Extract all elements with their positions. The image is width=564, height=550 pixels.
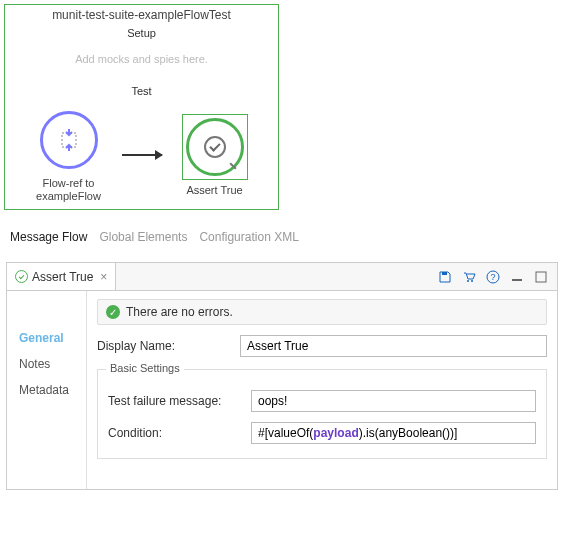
- flow-ref-node[interactable]: Flow-ref to exampleFlow: [24, 107, 114, 203]
- tab-configuration-xml[interactable]: Configuration XML: [199, 230, 298, 244]
- connector-arrow: [122, 154, 162, 156]
- display-name-input[interactable]: [240, 335, 547, 357]
- svg-text:?: ?: [490, 272, 495, 282]
- assert-true-icon: [186, 118, 244, 176]
- side-tabs: General Notes Metadata: [7, 291, 87, 489]
- flow-ref-label: Flow-ref to exampleFlow: [24, 177, 114, 203]
- setup-hint: Add mocks and spies here.: [5, 39, 278, 83]
- side-tab-notes[interactable]: Notes: [7, 351, 86, 377]
- status-text: There are no errors.: [126, 305, 233, 319]
- tab-global-elements[interactable]: Global Elements: [99, 230, 187, 244]
- condition-input[interactable]: #[valueOf(payload).is(anyBoolean())]: [251, 422, 536, 444]
- svg-point-3: [471, 280, 473, 282]
- test-label: Test: [5, 83, 278, 101]
- test-suite-container: munit-test-suite-exampleFlowTest Setup A…: [4, 4, 279, 210]
- save-icon[interactable]: [437, 269, 453, 285]
- failure-message-input[interactable]: [251, 390, 536, 412]
- help-icon[interactable]: ?: [485, 269, 501, 285]
- maximize-icon[interactable]: [533, 269, 549, 285]
- cart-icon[interactable]: [461, 269, 477, 285]
- svg-rect-1: [442, 272, 447, 275]
- side-tab-general[interactable]: General: [7, 325, 86, 351]
- tab-message-flow[interactable]: Message Flow: [10, 230, 87, 244]
- side-tab-metadata[interactable]: Metadata: [7, 377, 86, 403]
- properties-tab-bar: Assert True × ?: [6, 262, 558, 290]
- flow-row: Flow-ref to exampleFlow Assert True: [5, 101, 278, 209]
- basic-settings-fieldset: Basic Settings Test failure message: Con…: [97, 369, 547, 459]
- basic-settings-legend: Basic Settings: [106, 362, 184, 374]
- flow-ref-icon: [40, 111, 98, 169]
- setup-label: Setup: [5, 27, 278, 39]
- failure-message-label: Test failure message:: [108, 394, 243, 408]
- svg-point-2: [467, 280, 469, 282]
- condition-label: Condition:: [108, 426, 243, 440]
- editor-tabs: Message Flow Global Elements Configurati…: [0, 214, 564, 250]
- close-icon[interactable]: ×: [100, 270, 107, 284]
- assert-true-label: Assert True: [186, 184, 242, 197]
- status-row: ✓ There are no errors.: [97, 299, 547, 325]
- svg-rect-7: [536, 272, 546, 282]
- properties-panel: General Notes Metadata ✓ There are no er…: [6, 290, 558, 490]
- properties-tab-label: Assert True: [32, 270, 93, 284]
- display-name-label: Display Name:: [97, 339, 232, 353]
- minimize-icon[interactable]: [509, 269, 525, 285]
- properties-tab-assert-true[interactable]: Assert True ×: [7, 263, 116, 290]
- assert-true-node[interactable]: Assert True: [170, 114, 260, 197]
- suite-title: munit-test-suite-exampleFlowTest: [5, 5, 278, 25]
- success-icon: ✓: [106, 305, 120, 319]
- check-icon: [15, 270, 28, 283]
- svg-rect-6: [512, 279, 522, 281]
